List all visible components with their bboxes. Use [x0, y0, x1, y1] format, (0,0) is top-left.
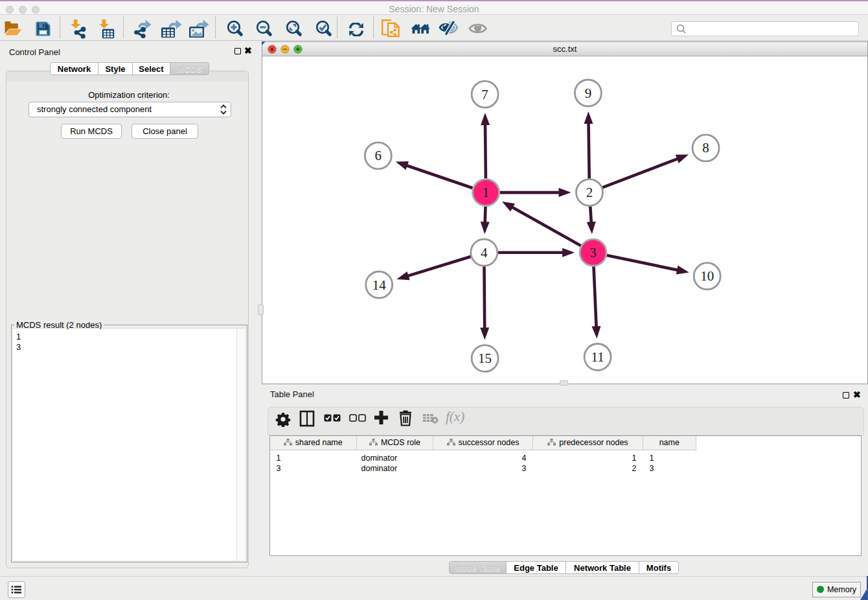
svg-text:7: 7 [481, 87, 488, 102]
svg-text:8: 8 [702, 140, 709, 156]
svg-text:14: 14 [372, 277, 387, 293]
svg-text:2: 2 [586, 185, 593, 200]
svg-text:9: 9 [585, 86, 592, 101]
svg-text:6: 6 [375, 148, 382, 163]
svg-text:4: 4 [481, 245, 488, 260]
svg-text:3: 3 [589, 245, 597, 260]
svg-text:10: 10 [700, 268, 714, 284]
svg-text:1: 1 [483, 185, 490, 200]
svg-text:11: 11 [591, 349, 604, 365]
svg-text:15: 15 [478, 351, 492, 366]
